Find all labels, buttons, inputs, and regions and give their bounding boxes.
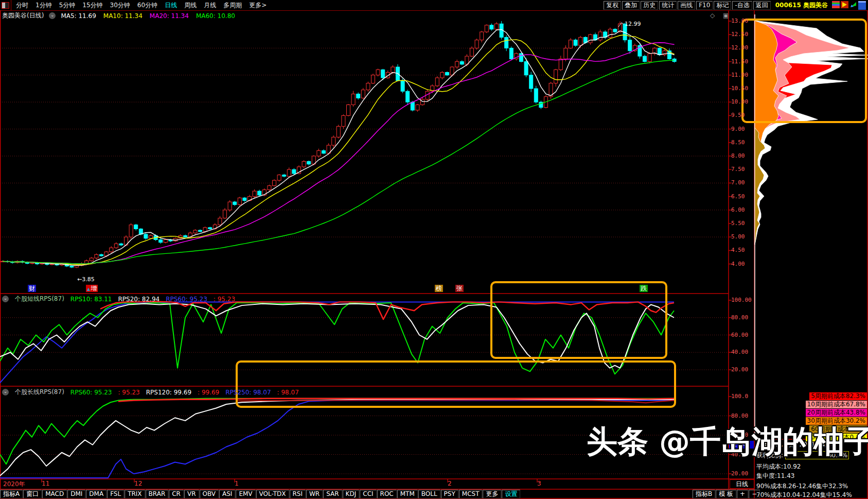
toolbar-button-MTM[interactable]: MTM (397, 490, 418, 498)
axis-label: 6.00 (731, 207, 754, 213)
axis-label: 6.50 (731, 193, 754, 200)
axis-label: 5.50 (731, 220, 754, 227)
toolbar-button-MCST[interactable]: MCST (459, 490, 483, 498)
candle-body (95, 254, 98, 258)
axis-label: 40.00 (731, 349, 754, 355)
collapse-icon[interactable]: ⌄ (2, 389, 9, 395)
button-F10[interactable]: F10 (696, 1, 713, 10)
candle-body (317, 151, 321, 156)
toolbar-button-CR[interactable]: CR (169, 490, 184, 498)
toolbar-button-设置[interactable]: 设置 (502, 490, 520, 498)
menu-item-5分钟[interactable]: 5分钟 (56, 1, 79, 10)
candle-body (598, 32, 602, 40)
candle-body (238, 198, 241, 204)
candle-body (554, 70, 558, 83)
menu-item-60分钟[interactable]: 60分钟 (134, 1, 161, 10)
toolbar-button-MACD[interactable]: MACD (42, 490, 67, 498)
toolbar-button-VR[interactable]: VR (184, 490, 199, 498)
toolbar-button-DMI[interactable]: DMI (67, 490, 85, 498)
candle-body (203, 228, 207, 232)
candle-body (455, 62, 459, 67)
toolbar-button-−[interactable]: − (749, 490, 760, 498)
chart-corner-icons[interactable]: ◇ ▣ (710, 12, 732, 19)
toolbar-button-模 板[interactable]: 模 板 (716, 490, 736, 498)
candle-body (564, 48, 568, 59)
toolbar-button-指标B[interactable]: 指标B (693, 490, 715, 498)
menu-divider (11, 0, 11, 10)
candle-body (336, 126, 340, 137)
candle-body (287, 169, 291, 176)
candle-body (648, 54, 651, 62)
window-blue-icon[interactable] (858, 1, 866, 10)
candle-body (505, 37, 508, 48)
toolbar-button-RSI[interactable]: RSI (290, 490, 306, 498)
menu-item-1分钟[interactable]: 1分钟 (32, 1, 56, 10)
menu-item-月线[interactable]: 月线 (200, 1, 220, 10)
toolbar-button-EMV[interactable]: EMV (236, 490, 255, 498)
button-叠加[interactable]: 叠加 (622, 1, 640, 10)
toolbar-button-更多[interactable]: 更多 (483, 490, 501, 498)
axis-label: 60.00 (731, 332, 754, 338)
axis-label: 8.50 (731, 139, 754, 146)
toolbar-button-CCI[interactable]: CCI (360, 490, 376, 498)
timeline-axis: 2020年 1112123 (0, 479, 729, 489)
toolbar-button-VOL-TDX[interactable]: VOL-TDX (256, 490, 289, 498)
candle-body (613, 29, 617, 32)
button-历史[interactable]: 历史 (641, 1, 658, 10)
candle-body (490, 25, 493, 29)
rps120-line (0, 400, 674, 476)
toolbar-button-TRIX[interactable]: TRIX (125, 490, 145, 498)
ma5-line (3, 29, 675, 265)
menu-item-更多>[interactable]: 更多> (245, 1, 270, 10)
axis-label: 10.50 (731, 85, 754, 92)
high-annotation: 12.99 (625, 21, 641, 27)
menu-item-分时[interactable]: 分时 (12, 1, 32, 10)
candle-body (228, 202, 232, 210)
toolbar-button-OBV[interactable]: OBV (200, 490, 219, 498)
button--自选[interactable]: -自选 (732, 1, 752, 10)
candle-body (366, 83, 370, 90)
arrow-green-icon[interactable] (849, 1, 857, 8)
toolbar-button-ASI[interactable]: ASI (219, 490, 235, 498)
button-标记[interactable]: 标记 (714, 1, 731, 10)
menu-item-多周期[interactable]: 多周期 (220, 1, 245, 10)
ma-value: MA10: 11.34 (103, 12, 143, 20)
candle-body (589, 35, 592, 43)
candle-body (110, 248, 113, 252)
button-复权[interactable]: 复权 (604, 1, 621, 10)
candle-body (307, 161, 311, 164)
window-icon[interactable] (2, 2, 9, 9)
toolbar-button-BOLL[interactable]: BOLL (418, 490, 440, 498)
candle-body (277, 175, 281, 180)
candle-body (193, 230, 197, 233)
button-画线[interactable]: 画线 (678, 1, 695, 10)
collapse-icon[interactable]: ⌄ (2, 296, 9, 302)
indicator-value: RPS250: 98.07 (225, 389, 271, 396)
collapse-icon[interactable]: ⌄ (49, 12, 56, 19)
mini-chart-icon[interactable] (832, 1, 840, 8)
button-返回[interactable]: 返回 (753, 1, 771, 10)
axis-label: 100.0 (731, 393, 754, 400)
toolbar-button-SAR[interactable]: SAR (323, 490, 342, 498)
toolbar-button-DMA[interactable]: DMA (86, 490, 107, 498)
toolbar-button-ROC[interactable]: ROC (377, 490, 397, 498)
toolbar-button-+[interactable]: + (737, 490, 748, 498)
toolbar-button-KDJ[interactable]: KDJ (343, 490, 360, 498)
menu-item-日线[interactable]: 日线 (161, 1, 181, 10)
period-label[interactable]: 日线 (730, 479, 754, 489)
toolbar-button-指标A[interactable]: 指标A (0, 490, 23, 498)
arrow-yellow-icon[interactable] (841, 1, 848, 8)
toolbar-button-FSL[interactable]: FSL (107, 490, 124, 498)
rps250-line (0, 401, 674, 478)
menu-item-周线[interactable]: 周线 (181, 1, 200, 10)
menu-item-15分钟[interactable]: 15分钟 (79, 1, 106, 10)
toolbar-button-窗口[interactable]: 窗口 (23, 490, 42, 498)
button-统计[interactable]: 统计 (659, 1, 677, 10)
candle-body (495, 24, 499, 29)
toolbar-button-WR[interactable]: WR (306, 490, 323, 498)
menu-item-30分钟[interactable]: 30分钟 (107, 1, 134, 10)
toolbar-button-PSY[interactable]: PSY (441, 490, 458, 498)
corner-app-icons (832, 1, 866, 10)
toolbar-button-BRAR[interactable]: BRAR (146, 490, 169, 498)
axis-label: 100.00 (731, 297, 754, 303)
